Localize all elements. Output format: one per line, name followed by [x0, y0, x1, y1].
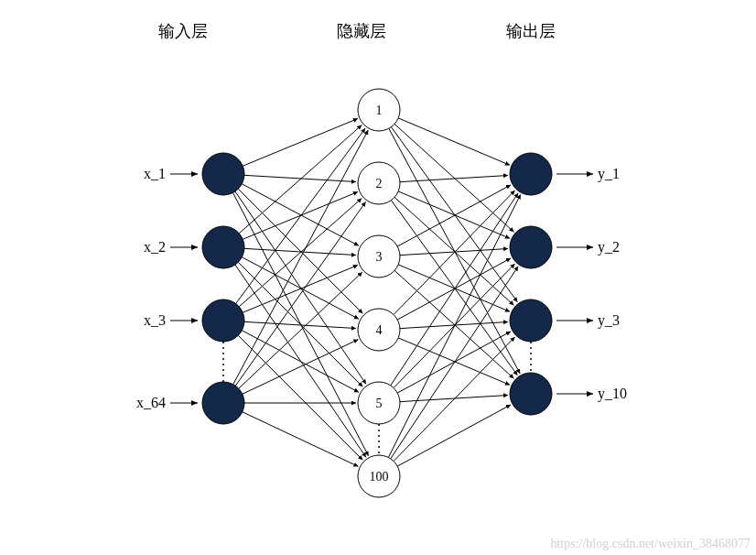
svg-line-8: [244, 248, 356, 255]
neural-network-diagram: 输入层 隐藏层 输出层 x_1x_2x_3x_64 y_1y_2y_3y_10 …: [0, 0, 756, 555]
input-label: x_1: [144, 166, 166, 181]
svg-line-43: [400, 396, 508, 402]
hidden-node-label: 4: [376, 323, 383, 337]
output-label: y_3: [598, 312, 620, 329]
svg-line-17: [238, 335, 362, 460]
svg-line-20: [239, 272, 362, 388]
svg-line-10: [238, 262, 362, 386]
connections-hidden-output: [388, 118, 520, 466]
svg-line-3: [238, 189, 362, 313]
svg-line-44: [388, 194, 520, 457]
svg-line-21: [243, 340, 359, 395]
svg-line-45: [391, 267, 518, 459]
svg-line-7: [243, 192, 358, 240]
input-arrows: x_1x_2x_3x_64: [136, 166, 198, 410]
watermark: https://blog.csdn.net/weixin_38468077: [550, 537, 751, 550]
output-layer-title: 输出层: [506, 22, 556, 40]
output-label: y_10: [598, 386, 627, 402]
svg-line-16: [242, 331, 359, 393]
connections-input-hidden: [233, 119, 369, 467]
hidden-node-label: 1: [376, 103, 383, 117]
svg-line-31: [391, 201, 517, 375]
output-label: y_1: [598, 166, 620, 182]
output-nodes: [510, 153, 552, 415]
output-label: y_2: [598, 239, 620, 256]
svg-line-0: [243, 119, 358, 167]
input-node: [202, 299, 244, 342]
svg-line-36: [394, 190, 514, 315]
svg-line-40: [391, 193, 518, 386]
svg-line-18: [233, 130, 368, 385]
input-layer-title: 输入层: [158, 22, 208, 40]
hidden-node-label: 3: [376, 250, 383, 264]
hidden-node-label: 2: [376, 177, 383, 190]
hidden-node-label: 100: [370, 470, 389, 484]
input-label: x_64: [136, 395, 166, 410]
output-node: [510, 226, 552, 268]
output-node: [510, 153, 552, 195]
svg-line-47: [397, 405, 511, 466]
svg-line-46: [394, 337, 514, 462]
input-label: x_2: [144, 239, 166, 255]
svg-line-26: [391, 127, 517, 302]
input-node: [202, 153, 244, 195]
hidden-node-label: 5: [376, 397, 383, 410]
svg-line-24: [398, 118, 510, 165]
output-node: [510, 373, 552, 415]
input-node: [202, 382, 244, 424]
svg-line-14: [243, 266, 358, 313]
svg-line-39: [398, 338, 510, 385]
svg-line-12: [236, 128, 365, 303]
input-label: x_3: [144, 312, 166, 328]
svg-line-1: [244, 175, 356, 181]
output-node: [510, 299, 552, 342]
hidden-layer-title: 隐藏层: [337, 22, 386, 40]
output-arrows: y_1y_2y_3y_10: [556, 166, 627, 402]
input-nodes: [202, 153, 244, 424]
input-node: [202, 226, 244, 268]
svg-line-6: [239, 125, 362, 234]
